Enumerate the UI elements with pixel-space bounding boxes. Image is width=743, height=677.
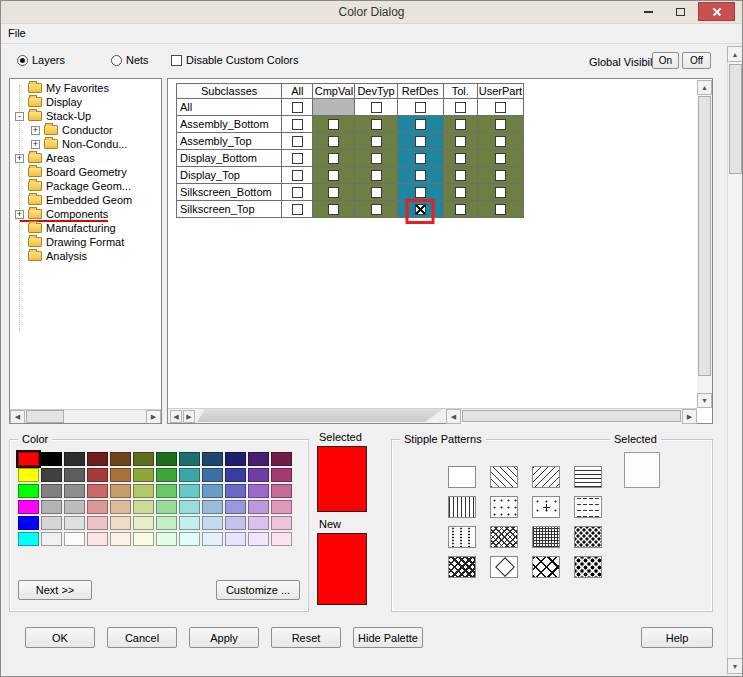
color-swatch[interactable] xyxy=(87,452,108,466)
table-hscroll-track[interactable] xyxy=(461,409,682,424)
tree-item-display[interactable]: Display xyxy=(10,95,161,109)
table-hscroll-thumb[interactable] xyxy=(462,410,681,422)
table-hscrollbar[interactable]: ◀ ▶ xyxy=(446,409,697,424)
cell-display-bottom-refdes[interactable] xyxy=(397,150,443,167)
cell-silkscreen-top-cmpval[interactable] xyxy=(313,201,355,218)
global-on-button[interactable]: On xyxy=(652,52,679,69)
checkbox[interactable] xyxy=(371,136,382,147)
checkbox[interactable] xyxy=(292,187,303,198)
color-swatch[interactable] xyxy=(41,500,62,514)
checkbox[interactable] xyxy=(415,153,426,164)
dialog-vscrollbar[interactable]: ▲ ▼ xyxy=(727,46,743,674)
color-swatch[interactable] xyxy=(133,468,154,482)
cell-all-tol[interactable] xyxy=(443,99,477,116)
checkbox[interactable] xyxy=(415,136,426,147)
cell-silkscreen-bottom-tol[interactable] xyxy=(443,184,477,201)
dialog-vscroll-track[interactable] xyxy=(727,62,743,658)
checkbox[interactable] xyxy=(455,136,466,147)
checkbox[interactable] xyxy=(328,204,339,215)
color-swatch[interactable] xyxy=(110,516,131,530)
color-swatch[interactable] xyxy=(64,452,85,466)
tab-scroll-left-button[interactable]: ◀ xyxy=(170,410,182,423)
stipple-pattern-cross-diagonal[interactable] xyxy=(532,556,560,578)
ok-button[interactable]: OK xyxy=(25,627,95,648)
table-vscrollbar[interactable]: ▲ ▼ xyxy=(697,80,712,408)
next-button[interactable]: Next >> xyxy=(18,580,92,600)
color-swatch[interactable] xyxy=(225,532,246,546)
checkbox[interactable] xyxy=(455,204,466,215)
tree-item-areas[interactable]: +Areas xyxy=(10,151,161,165)
color-swatch[interactable] xyxy=(18,516,39,530)
color-swatch[interactable] xyxy=(202,516,223,530)
cell-display-top-all[interactable] xyxy=(282,167,313,184)
tree-item-manufacturing[interactable]: Manufacturing xyxy=(10,221,161,235)
color-swatch[interactable] xyxy=(133,452,154,466)
color-swatch[interactable] xyxy=(41,516,62,530)
layers-radio[interactable]: Layers xyxy=(17,54,65,66)
table-vscroll-track[interactable] xyxy=(697,95,712,393)
color-swatch[interactable] xyxy=(271,452,292,466)
tree-item-embedded-geom[interactable]: Embedded Geom xyxy=(10,193,161,207)
dialog-vscroll-thumb[interactable] xyxy=(729,64,742,174)
global-off-button[interactable]: Off xyxy=(682,52,711,69)
color-swatch[interactable] xyxy=(225,468,246,482)
cell-assembly-top-refdes[interactable] xyxy=(397,133,443,150)
tree-item-non-condu[interactable]: +Non-Condu... xyxy=(10,137,161,151)
color-swatch[interactable] xyxy=(156,452,177,466)
cell-silkscreen-top-devtyp[interactable] xyxy=(355,201,397,218)
color-swatch[interactable] xyxy=(202,468,223,482)
checkbox[interactable] xyxy=(292,204,303,215)
checkbox[interactable] xyxy=(328,119,339,130)
color-swatch[interactable] xyxy=(248,452,269,466)
cell-assembly-bottom-all[interactable] xyxy=(282,116,313,133)
tree-item-drawing-format[interactable]: Drawing Format xyxy=(10,235,161,249)
checkbox-checked[interactable] xyxy=(415,204,426,215)
cell-silkscreen-top-tol[interactable] xyxy=(443,201,477,218)
tree-item-conductor[interactable]: +Conductor xyxy=(10,123,161,137)
color-swatch-selected[interactable] xyxy=(18,452,39,466)
cell-silkscreen-bottom-all[interactable] xyxy=(282,184,313,201)
cell-assembly-top-userpart[interactable] xyxy=(477,133,523,150)
cell-assembly-top-tol[interactable] xyxy=(443,133,477,150)
color-swatch[interactable] xyxy=(271,500,292,514)
color-swatch[interactable] xyxy=(133,516,154,530)
checkbox[interactable] xyxy=(328,136,339,147)
stipple-pattern-polka-dots[interactable] xyxy=(574,526,602,548)
color-swatch[interactable] xyxy=(110,468,131,482)
stipple-pattern-horizontal-lines[interactable] xyxy=(574,466,602,488)
expand-icon[interactable]: + xyxy=(15,210,24,219)
table-scroll-right-button[interactable]: ▶ xyxy=(682,409,697,424)
checkbox[interactable] xyxy=(495,102,506,113)
color-swatch[interactable] xyxy=(225,484,246,498)
cell-display-bottom-userpart[interactable] xyxy=(477,150,523,167)
cell-display-bottom-all[interactable] xyxy=(282,150,313,167)
cell-assembly-bottom-cmpval[interactable] xyxy=(313,116,355,133)
minimize-button[interactable] xyxy=(634,2,663,21)
cell-assembly-top-devtyp[interactable] xyxy=(355,133,397,150)
dialog-scroll-up-button[interactable]: ▲ xyxy=(727,46,743,62)
stipple-pattern-grid-dense[interactable] xyxy=(532,526,560,548)
color-swatch[interactable] xyxy=(41,452,62,466)
color-swatch[interactable] xyxy=(179,516,200,530)
color-swatch[interactable] xyxy=(248,516,269,530)
color-swatch[interactable] xyxy=(64,532,85,546)
expand-icon[interactable]: + xyxy=(15,154,24,163)
checkbox[interactable] xyxy=(371,204,382,215)
titlebar[interactable]: Color Dialog xyxy=(1,1,742,24)
color-swatch[interactable] xyxy=(110,484,131,498)
color-swatch[interactable] xyxy=(87,532,108,546)
checkbox[interactable] xyxy=(495,153,506,164)
cell-assembly-bottom-devtyp[interactable] xyxy=(355,116,397,133)
checkbox[interactable] xyxy=(292,102,303,113)
sheet-tab[interactable] xyxy=(197,409,443,422)
cell-silkscreen-bottom-devtyp[interactable] xyxy=(355,184,397,201)
checkbox[interactable] xyxy=(455,170,466,181)
color-swatch[interactable] xyxy=(110,452,131,466)
stipple-pattern-diagonal-fwd[interactable] xyxy=(532,466,560,488)
color-swatch[interactable] xyxy=(64,484,85,498)
table-vscroll-thumb[interactable] xyxy=(698,96,711,376)
checkbox[interactable] xyxy=(292,136,303,147)
checkbox[interactable] xyxy=(328,170,339,181)
tree-item-my-favorites[interactable]: My Favorites xyxy=(10,81,161,95)
reset-button[interactable]: Reset xyxy=(271,627,341,648)
